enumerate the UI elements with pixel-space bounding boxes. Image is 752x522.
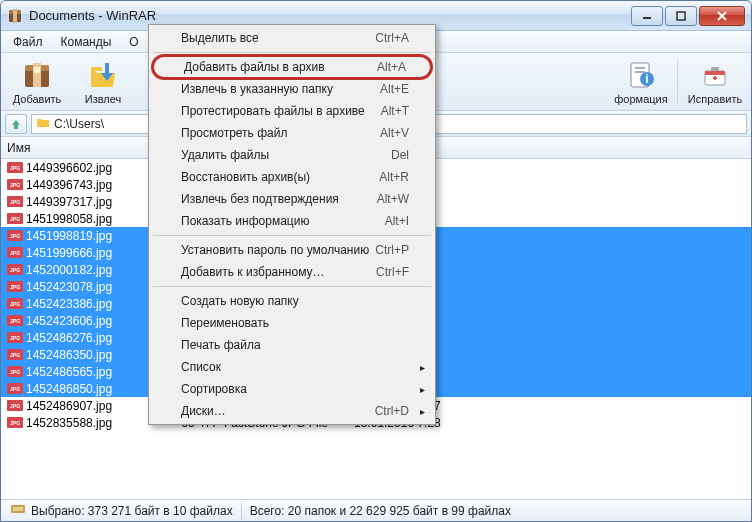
jpg-icon [7,263,23,277]
context-menu-item[interactable]: Протестировать файлы в архивеAlt+T [151,100,433,122]
context-menu-item[interactable]: Извлечь в указанную папкуAlt+E [151,78,433,100]
app-icon [7,8,23,24]
toolbar-info-label: формация [614,93,667,105]
file-name: 1451998058.jpg [26,212,112,226]
file-name: 1452486850.jpg [26,382,112,396]
jpg-icon [7,161,23,175]
menu-commands[interactable]: Команды [53,33,120,51]
svg-text:i: i [645,72,648,86]
svg-rect-15 [711,67,719,71]
context-menu-item[interactable]: Извлечь без подтвержденияAlt+W [151,188,433,210]
jpg-icon [7,229,23,243]
svg-rect-2 [13,9,17,23]
svg-rect-7 [33,63,41,87]
jpg-icon [7,348,23,362]
context-item-label: Протестировать файлы в архиве [181,104,365,118]
file-name: 1452486350.jpg [26,348,112,362]
context-menu-item[interactable]: Печать файла [151,334,433,356]
context-menu-item[interactable]: Установить пароль по умолчаниюCtrl+P [151,239,433,261]
toolbar-extract-button[interactable]: Извлеч [71,56,135,108]
status-selected-text: Выбрано: 373 271 байт в 10 файлах [31,504,233,518]
repair-icon [699,59,731,91]
svg-rect-17 [714,76,716,80]
status-total: Всего: 20 папок и 22 629 925 байт в 99 ф… [242,502,749,520]
context-item-shortcut: Ctrl+A [375,31,409,45]
menu-o[interactable]: О [121,33,146,51]
context-menu-item[interactable]: Сортировка [151,378,433,400]
context-item-shortcut: Alt+V [380,126,409,140]
context-item-label: Просмотреть файл [181,126,287,140]
toolbar-separator [677,60,679,104]
context-item-shortcut: Ctrl+P [375,243,409,257]
toolbar-add-button[interactable]: Добавить [5,56,69,108]
jpg-icon [7,314,23,328]
svg-rect-3 [643,17,651,19]
selection-icon [11,503,27,518]
folder-icon [36,115,50,132]
context-item-shortcut: Ctrl+F [376,265,409,279]
jpg-icon [7,297,23,311]
context-item-label: Выделить все [181,31,259,45]
jpg-icon [7,331,23,345]
file-name: 1452000182.jpg [26,263,112,277]
file-name: 1449396602.jpg [26,161,112,175]
context-menu-item[interactable]: Удалить файлыDel [151,144,433,166]
jpg-icon [7,365,23,379]
file-name: 1452835588.jpg [26,416,112,430]
column-name[interactable]: Имя [1,137,151,158]
maximize-button[interactable] [665,6,697,26]
info-icon: i [625,59,657,91]
context-item-shortcut: Alt+R [379,170,409,184]
context-item-label: Создать новую папку [181,294,299,308]
up-button[interactable] [5,114,27,134]
context-item-label: Установить пароль по умолчанию [181,243,369,257]
context-separator [153,235,431,236]
status-total-text: Всего: 20 папок и 22 629 925 байт в 99 ф… [250,504,511,518]
statusbar: Выбрано: 373 271 байт в 10 файлах Всего:… [1,499,751,521]
context-item-label: Добавить к избранному… [181,265,325,279]
file-name: 1452423386.jpg [26,297,112,311]
toolbar-repair-label: Исправить [688,93,742,105]
file-name: 1452423606.jpg [26,314,112,328]
toolbar-repair-button[interactable]: Исправить [683,56,747,108]
context-menu-item[interactable]: Просмотреть файлAlt+V [151,122,433,144]
context-menu-item[interactable]: Добавить файлы в архивAlt+A [151,54,433,80]
minimize-button[interactable] [631,6,663,26]
close-button[interactable] [699,6,745,26]
jpg-icon [7,280,23,294]
context-menu-item[interactable]: Список [151,356,433,378]
file-name: 1449396743.jpg [26,178,112,192]
context-menu-item[interactable]: Создать новую папку [151,290,433,312]
context-menu-item[interactable]: Выделить всеCtrl+A [151,27,433,49]
context-menu-item[interactable]: Показать информациюAlt+I [151,210,433,232]
jpg-icon [7,399,23,413]
context-menu-item[interactable]: Переименовать [151,312,433,334]
svg-rect-10 [635,71,645,73]
context-item-label: Сортировка [181,382,247,396]
svg-rect-9 [635,67,645,69]
jpg-icon [7,416,23,430]
context-separator [153,52,431,53]
context-item-shortcut: Alt+A [377,60,406,74]
toolbar-add-label: Добавить [13,93,62,105]
context-menu-item[interactable]: Восстановить архив(ы)Alt+R [151,166,433,188]
context-menu-item[interactable]: Добавить к избранному…Ctrl+F [151,261,433,283]
toolbar-info-button[interactable]: i формация [609,56,673,108]
svg-rect-19 [13,507,23,511]
context-item-shortcut: Alt+W [377,192,409,206]
file-name: 1452486565.jpg [26,365,112,379]
context-item-shortcut: Ctrl+D [375,404,409,418]
jpg-icon [7,246,23,260]
status-selected: Выбрано: 373 271 байт в 10 файлах [3,502,242,520]
context-item-shortcut: Del [391,148,409,162]
context-item-label: Переименовать [181,316,269,330]
file-name: 1451998819.jpg [26,229,112,243]
context-item-label: Восстановить архив(ы) [181,170,310,184]
context-menu-item[interactable]: Диски…Ctrl+D [151,400,433,422]
extract-icon [87,59,119,91]
context-item-label: Печать файла [181,338,261,352]
file-name: 1452423078.jpg [26,280,112,294]
context-item-label: Список [181,360,221,374]
archive-add-icon [21,59,53,91]
menu-file[interactable]: Файл [5,33,51,51]
